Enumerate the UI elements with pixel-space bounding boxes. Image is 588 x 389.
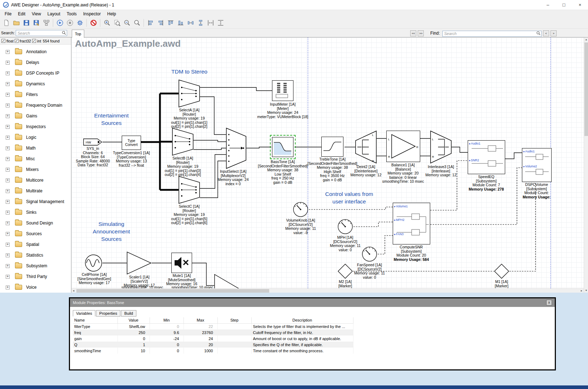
block-input-meter[interactable] — [272, 80, 293, 101]
int-checkbox[interactable] — [32, 39, 36, 43]
module-search-input[interactable] — [16, 30, 67, 36]
space-horizontal-button[interactable] — [206, 18, 215, 28]
save-as-button[interactable] — [31, 18, 41, 28]
block-dspc-volume[interactable]: Audio1 Volume2 — [522, 148, 552, 182]
expand-icon[interactable] — [6, 146, 10, 150]
expand-icon[interactable] — [6, 253, 10, 257]
sidebar-item-delays[interactable]: Delays — [0, 57, 71, 68]
cell-value[interactable]: 250 — [117, 329, 150, 335]
vertical-scrollbar[interactable]: ▲ ▼ — [584, 37, 588, 293]
table-row-gain[interactable]: gain 0 -24 24 Amount of boost or cut to … — [73, 335, 353, 342]
maximize-button[interactable]: □ — [556, 0, 572, 10]
configure-button[interactable] — [75, 18, 85, 28]
expand-icon[interactable] — [6, 71, 10, 75]
block-select-c[interactable] — [179, 176, 200, 204]
fract32-checkbox[interactable] — [15, 39, 19, 43]
space-vertical-button[interactable] — [216, 18, 225, 28]
sidebar-item-multirate[interactable]: Multirate — [0, 186, 71, 196]
block-compute-snr[interactable]: Volume1 MPH2 FAN3 — [393, 203, 430, 244]
block-mph[interactable] — [337, 218, 353, 235]
expand-icon[interactable] — [6, 168, 10, 172]
expand-icon[interactable] — [6, 157, 10, 161]
table-row-filtertype[interactable]: filterType ShelfLow 0 22 Selects the typ… — [73, 323, 353, 329]
expand-icon[interactable] — [6, 200, 10, 204]
vertical-scrollbar-thumb[interactable] — [584, 42, 588, 136]
sidebar-item-math[interactable]: Math — [0, 143, 71, 153]
find-next-button[interactable]: > — [551, 30, 557, 36]
expand-icon[interactable] — [6, 189, 10, 193]
table-row-q[interactable]: Q 1 0 20 Specifies the Q of the filter, … — [73, 342, 353, 348]
expand-icon[interactable] — [6, 82, 10, 86]
expand-icon[interactable] — [6, 114, 10, 118]
sidebar-item-spatial[interactable]: Spatial — [0, 239, 71, 250]
save-button[interactable] — [21, 18, 31, 28]
menu-inspector[interactable]: Inspector — [80, 11, 104, 17]
zoom-fit-button[interactable] — [112, 18, 122, 28]
minimize-button[interactable]: – — [540, 0, 556, 10]
sidebar-item-sources[interactable]: Sources — [0, 228, 71, 239]
find-prev-all-button[interactable]: << — [410, 30, 416, 36]
tab-variables[interactable]: Variables — [73, 310, 95, 317]
sidebar-item-dsp-concepts-ip[interactable]: DSP Concepts IP — [0, 68, 71, 79]
find-prev-button[interactable]: < — [543, 30, 549, 36]
expand-icon[interactable] — [6, 103, 10, 107]
expand-icon[interactable] — [6, 221, 10, 225]
run-button[interactable] — [55, 18, 65, 28]
sidebar-item-third-party[interactable]: Third Party — [0, 271, 71, 282]
expand-icon[interactable] — [6, 178, 10, 182]
float-checkbox[interactable] — [1, 39, 5, 43]
menu-help[interactable]: Help — [104, 11, 119, 17]
tab-build[interactable]: Build — [121, 310, 136, 317]
menu-layout[interactable]: Layout — [44, 11, 64, 17]
align-left-button[interactable] — [146, 18, 155, 28]
cell-value[interactable]: ShelfLow — [117, 323, 150, 329]
block-bass-tone[interactable] — [272, 137, 293, 157]
expand-icon[interactable] — [6, 264, 10, 268]
distribute-horizontal-button[interactable] — [186, 18, 195, 28]
close-icon[interactable] — [546, 300, 552, 305]
properties-panel-titlebar[interactable]: Module Properties: BassTone — [70, 298, 555, 307]
sidebar-item-filters[interactable]: Filters — [0, 89, 71, 100]
block-deint2[interactable]: LR — [355, 131, 377, 163]
find-next-all-button[interactable]: >> — [418, 30, 424, 36]
distribute-vertical-button[interactable] — [196, 18, 205, 28]
zoom-out-button[interactable] — [122, 18, 132, 28]
menu-file[interactable]: File — [1, 11, 15, 17]
sidebar-item-gains[interactable]: Gains — [0, 111, 71, 121]
sidebar-item-multicore[interactable]: Multicore — [0, 175, 71, 186]
cell-value[interactable]: 1 — [117, 342, 150, 348]
close-button[interactable]: × — [572, 0, 588, 10]
sidebar-item-annotation[interactable]: Annotation — [0, 46, 71, 57]
expand-icon[interactable] — [6, 232, 10, 236]
menu-view[interactable]: View — [29, 11, 44, 17]
align-bottom-button[interactable] — [176, 18, 185, 28]
block-interleave3[interactable]: LR — [430, 131, 452, 163]
tab-properties[interactable]: Properties — [96, 310, 120, 317]
propagate-button[interactable] — [41, 18, 51, 28]
expand-icon[interactable] — [6, 50, 10, 54]
halt-audio-button[interactable] — [89, 18, 98, 28]
block-m2-marker[interactable] — [337, 263, 353, 279]
expand-icon[interactable] — [6, 286, 10, 289]
expand-icon[interactable] — [6, 136, 10, 140]
block-select-a[interactable] — [179, 80, 200, 107]
block-balance1[interactable]: LRR — [386, 131, 420, 162]
block-cell-phone[interactable] — [85, 254, 102, 272]
align-right-button[interactable] — [156, 18, 165, 28]
expand-icon[interactable] — [6, 93, 10, 97]
sidebar-item-misc[interactable]: Misc — [0, 153, 71, 164]
design-canvas[interactable]: AutoAmp_Example.awd TDM to Stereo Entert… — [71, 37, 584, 288]
menu-tools[interactable]: Tools — [64, 11, 80, 17]
table-row-freq[interactable]: freq 250 9.6 23760 Cutoff frequency of t… — [73, 329, 353, 335]
expand-icon[interactable] — [6, 211, 10, 214]
expand-icon[interactable] — [6, 61, 10, 65]
canvas-tab-top[interactable]: Top — [72, 30, 84, 38]
block-type-conversion[interactable]: Type Convert — [122, 136, 141, 150]
align-top-button[interactable] — [166, 18, 175, 28]
sidebar-item-voice[interactable]: Voice — [0, 282, 71, 293]
block-mute1[interactable] — [171, 253, 192, 273]
sidebar-item-logic[interactable]: Logic — [0, 132, 71, 143]
block-m1-marker[interactable] — [494, 263, 509, 279]
expand-icon[interactable] — [6, 125, 10, 129]
sidebar-item-inspectors[interactable]: Inspectors — [0, 121, 71, 132]
